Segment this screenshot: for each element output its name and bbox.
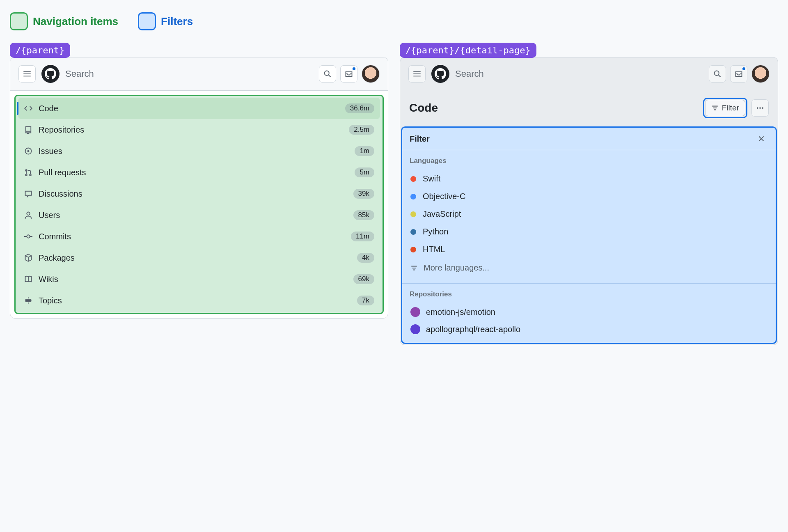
filter-button-label: Filter — [722, 103, 739, 112]
wiki-icon — [24, 275, 33, 284]
nav-item-packages[interactable]: Packages 4k — [18, 247, 380, 268]
panel-parent: Search Code 36.6m Repositories — [10, 57, 388, 319]
close-icon — [758, 135, 765, 142]
navigation-frame: Code 36.6m Repositories 2.5m Issues 1m P… — [14, 95, 384, 314]
package-icon — [24, 253, 33, 262]
github-icon — [435, 68, 446, 80]
nav-item-discussions[interactable]: Discussions 39k — [18, 183, 380, 204]
nav-count: 85k — [353, 210, 374, 220]
search-button[interactable] — [319, 65, 336, 83]
language-name: Swift — [423, 174, 440, 183]
language-row-swift[interactable]: Swift — [410, 170, 768, 188]
language-row-python[interactable]: Python — [410, 223, 768, 241]
pull-request-icon — [24, 168, 33, 177]
inbox-button[interactable] — [730, 65, 747, 83]
language-dot — [410, 247, 416, 252]
language-name: Python — [423, 227, 448, 236]
svg-point-5 — [762, 107, 763, 109]
notification-dot — [742, 66, 746, 71]
avatar[interactable] — [362, 65, 380, 83]
topbar-left: Search — [10, 57, 388, 91]
svg-point-4 — [759, 107, 761, 109]
nav-item-commits[interactable]: Commits 11m — [18, 226, 380, 247]
nav-item-code[interactable]: Code 36.6m — [18, 98, 380, 119]
repo-icon — [24, 125, 33, 134]
repo-name: apollographql/react-apollo — [426, 325, 520, 334]
code-icon — [24, 104, 33, 113]
language-dot — [410, 229, 416, 235]
language-dot — [410, 194, 416, 200]
repo-row-emotion[interactable]: emotion-js/emotion — [410, 303, 768, 321]
filter-button-highlight: Filter — [703, 98, 747, 118]
nav-item-pull-requests[interactable]: Pull requests 5m — [18, 162, 380, 183]
language-name: JavaScript — [423, 209, 461, 219]
more-button[interactable] — [751, 99, 769, 117]
filter-button[interactable]: Filter — [705, 100, 745, 116]
github-logo[interactable] — [41, 65, 60, 83]
language-name: HTML — [423, 245, 445, 254]
hamburger-button[interactable] — [18, 65, 36, 83]
filter-icon — [410, 264, 418, 272]
close-button[interactable] — [754, 133, 768, 144]
more-languages-row[interactable]: More languages... — [410, 258, 768, 277]
nav-count: 1m — [355, 146, 374, 156]
svg-point-2 — [27, 235, 30, 238]
hamburger-button[interactable] — [408, 65, 426, 83]
avatar[interactable] — [751, 65, 770, 83]
topbar-right: Search — [400, 57, 778, 90]
repo-name: emotion-js/emotion — [426, 307, 495, 317]
more-languages-label: More languages... — [424, 263, 489, 273]
user-icon — [24, 211, 33, 220]
github-logo[interactable] — [431, 65, 449, 83]
search-label[interactable]: Search — [65, 69, 313, 79]
nav-count: 4k — [357, 253, 374, 263]
github-icon — [45, 68, 56, 80]
nav-label: Pull requests — [39, 168, 349, 177]
language-row-html[interactable]: HTML — [410, 241, 768, 258]
swatch-navigation — [10, 12, 28, 30]
route-tag-parent: /{parent} — [10, 43, 70, 58]
legend-label-navigation: Navigation items — [33, 15, 118, 28]
filter-sheet-header: Filter — [402, 128, 776, 150]
nav-count: 36.6m — [345, 103, 374, 113]
svg-point-3 — [757, 107, 758, 109]
commit-icon — [24, 232, 33, 241]
route-tag-detail: /{parent}/{detail-page} — [400, 43, 536, 58]
nav-item-issues[interactable]: Issues 1m — [18, 140, 380, 162]
language-row-javascript[interactable]: JavaScript — [410, 205, 768, 223]
nav-item-topics[interactable]: Topics 7k — [18, 290, 380, 311]
nav-label: Topics — [39, 296, 351, 305]
svg-point-1 — [27, 150, 30, 152]
inbox-icon — [345, 70, 353, 78]
languages-label: Languages — [410, 157, 768, 165]
panel-detail: Search Code Filter — [400, 57, 778, 345]
language-dot — [410, 176, 416, 182]
filter-sheet-title: Filter — [410, 134, 430, 144]
nav-label: Wikis — [39, 275, 348, 284]
nav-count: 7k — [357, 296, 374, 305]
divider — [402, 283, 776, 284]
legend-item-navigation: Navigation items — [10, 12, 118, 30]
language-dot — [410, 211, 416, 217]
nav-item-repositories[interactable]: Repositories 2.5m — [18, 119, 380, 140]
nav-count: 69k — [353, 274, 374, 284]
inbox-button[interactable] — [340, 65, 357, 83]
hamburger-icon — [413, 70, 421, 78]
inbox-icon — [735, 70, 743, 78]
legend-label-filters: Filters — [161, 15, 193, 28]
search-button[interactable] — [709, 65, 726, 83]
nav-label: Packages — [39, 253, 351, 263]
nav-item-users[interactable]: Users 85k — [18, 204, 380, 226]
repo-avatar — [410, 307, 420, 317]
nav-count: 2.5m — [349, 125, 374, 135]
nav-count: 5m — [355, 167, 374, 177]
nav-item-wikis[interactable]: Wikis 69k — [18, 268, 380, 290]
nav-label: Discussions — [39, 189, 348, 199]
search-label[interactable]: Search — [455, 69, 703, 79]
topic-icon — [24, 296, 33, 305]
repo-row-apollo[interactable]: apollographql/react-apollo — [410, 321, 768, 338]
hamburger-icon — [23, 70, 31, 78]
kebab-icon — [756, 104, 764, 112]
language-row-objective-c[interactable]: Objective-C — [410, 188, 768, 205]
discussion-icon — [24, 189, 33, 198]
